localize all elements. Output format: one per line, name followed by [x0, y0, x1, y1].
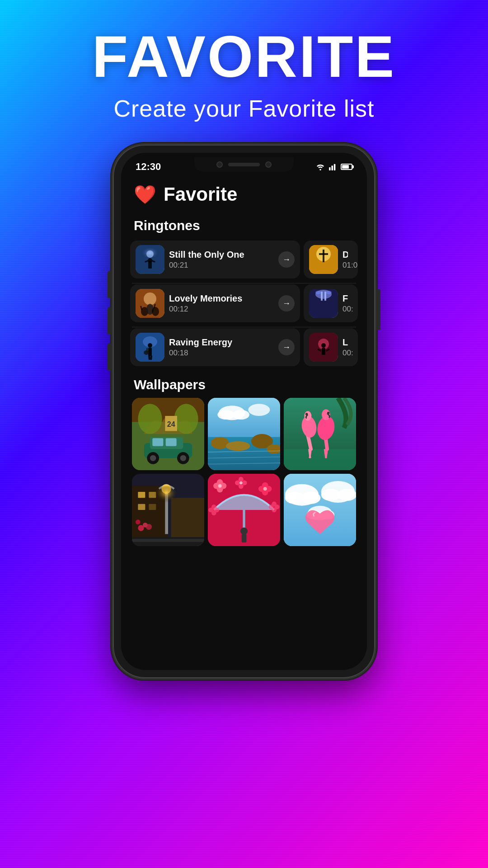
wallpaper-item-flamingo[interactable]: [284, 398, 356, 470]
thumb-du-art: [309, 245, 338, 274]
ringtone-item-still[interactable]: Still the Only One 00:21 →: [130, 241, 300, 278]
ringtone-info-du: Du 01:0: [338, 250, 352, 270]
svg-point-105: [242, 481, 247, 486]
wallpaper-art-flamingo: [284, 398, 356, 470]
play-btn-lovely[interactable]: →: [278, 295, 295, 311]
svg-point-72: [305, 413, 308, 415]
play-btn-raving[interactable]: →: [278, 339, 295, 355]
svg-line-74: [309, 449, 310, 458]
ringtone-info-lovely: Lovely Memories 00:12: [164, 293, 278, 314]
wallpaper-item-vintage-car[interactable]: 24: [132, 398, 204, 470]
ringtone-name-leo: Leo: [343, 337, 348, 348]
thumb-still-art: [136, 245, 164, 274]
svg-rect-38: [322, 348, 325, 355]
svg-rect-69: [284, 449, 356, 470]
ringtone-duration-leo: 00:: [343, 349, 348, 358]
ringtone-info-raving: Raving Energy 00:18: [164, 337, 278, 358]
svg-rect-23: [321, 292, 323, 301]
ringtone-name-still: Still the Only One: [169, 250, 274, 260]
svg-point-119: [211, 510, 216, 515]
signal-icon: [329, 163, 337, 170]
svg-rect-12: [323, 250, 324, 262]
svg-point-15: [144, 292, 156, 305]
svg-point-102: [218, 484, 222, 488]
svg-rect-52: [166, 438, 177, 446]
ringtone-name-fire: Fire: [343, 293, 348, 304]
ringtone-item-fire[interactable]: Fire 00:: [304, 284, 358, 322]
ringtone-duration-raving: 00:18: [169, 349, 274, 358]
thumb-leo-art: [309, 333, 338, 362]
svg-point-118: [211, 505, 216, 509]
heart-icon: ❤️: [134, 184, 156, 205]
wallpaper-item-clouds-heart[interactable]: [284, 474, 356, 546]
svg-point-104: [235, 481, 240, 486]
ringtone-name-lovely: Lovely Memories: [169, 293, 274, 304]
thumb-still: [136, 245, 164, 274]
app-title: Favorite: [164, 184, 237, 205]
battery-icon: [341, 164, 352, 170]
svg-point-71: [304, 411, 311, 420]
svg-rect-1: [331, 165, 333, 170]
svg-point-58: [233, 410, 249, 420]
ringtone-item-raving[interactable]: Raving Energy 00:18 →: [130, 328, 300, 366]
ringtone-info-still: Still the Only One 00:21: [164, 250, 278, 270]
ringtone-info-leo: Leo 00:: [338, 337, 352, 358]
svg-point-44: [174, 404, 198, 434]
svg-point-61: [211, 437, 229, 449]
svg-rect-83: [138, 492, 145, 498]
svg-rect-51: [152, 438, 163, 446]
ringtone-item-du[interactable]: Du 01:0: [304, 241, 358, 278]
svg-point-130: [301, 492, 321, 504]
svg-point-59: [248, 404, 270, 416]
wallpaper-art-night-street: [132, 474, 204, 546]
arrow-icon-lovely: →: [282, 299, 291, 308]
wallpaper-art-ocean: [208, 398, 280, 470]
play-btn-still[interactable]: →: [278, 251, 295, 268]
ringtone-info-fire: Fire 00:: [338, 293, 352, 314]
app-header: ❤️ Favorite: [121, 176, 367, 212]
front-camera: [216, 161, 223, 168]
ringtone-duration-lovely: 00:12: [169, 305, 274, 314]
svg-point-7: [148, 258, 152, 263]
ringtone-duration-fire: 00:: [343, 305, 348, 314]
svg-point-25: [315, 291, 321, 294]
svg-point-93: [146, 524, 152, 530]
ringtone-row-3: Raving Energy 00:18 →: [130, 328, 358, 366]
svg-rect-85: [138, 504, 145, 510]
thumb-du: [309, 245, 338, 274]
svg-point-62: [226, 441, 250, 451]
ringtone-name-du: Du: [343, 250, 348, 260]
divider-2: [132, 327, 356, 327]
svg-point-26: [326, 291, 332, 294]
ringtone-name-raving: Raving Energy: [169, 337, 274, 348]
wallpaper-item-flowers[interactable]: [208, 474, 280, 546]
svg-point-5: [146, 250, 154, 258]
phone-screen: 12:30: [121, 153, 367, 670]
thumb-lovely-art: [136, 289, 164, 318]
status-icons: [315, 163, 352, 170]
svg-text:24: 24: [167, 420, 175, 428]
header-section: FAVORITE Create your Favorite list: [92, 0, 396, 131]
svg-point-50: [180, 455, 186, 461]
phone-notch: [194, 157, 294, 172]
svg-point-57: [217, 410, 234, 420]
ringtone-item-leo[interactable]: Leo 00:: [304, 328, 358, 366]
svg-rect-24: [324, 292, 326, 301]
wallpaper-art-clouds-heart: [284, 474, 356, 546]
thumb-lovely: [136, 289, 164, 318]
svg-point-125: [240, 528, 248, 535]
earpiece-speaker: [228, 163, 260, 166]
wallpaper-item-ocean[interactable]: [208, 398, 280, 470]
screen-content[interactable]: Ringtones: [121, 212, 367, 670]
ringtone-duration-du: 01:0: [343, 261, 348, 270]
wallpaper-item-night-street[interactable]: [132, 474, 204, 546]
subtitle: Create your Favorite list: [92, 95, 396, 122]
phone-outer: 12:30: [113, 145, 375, 678]
svg-point-106: [239, 477, 244, 482]
ringtone-item-lovely[interactable]: Lovely Memories 00:12 →: [130, 284, 300, 322]
divider-1: [132, 283, 356, 283]
thumb-raving: [136, 333, 164, 362]
wifi-icon: [315, 163, 325, 170]
svg-point-37: [321, 343, 326, 348]
svg-point-133: [338, 489, 356, 501]
